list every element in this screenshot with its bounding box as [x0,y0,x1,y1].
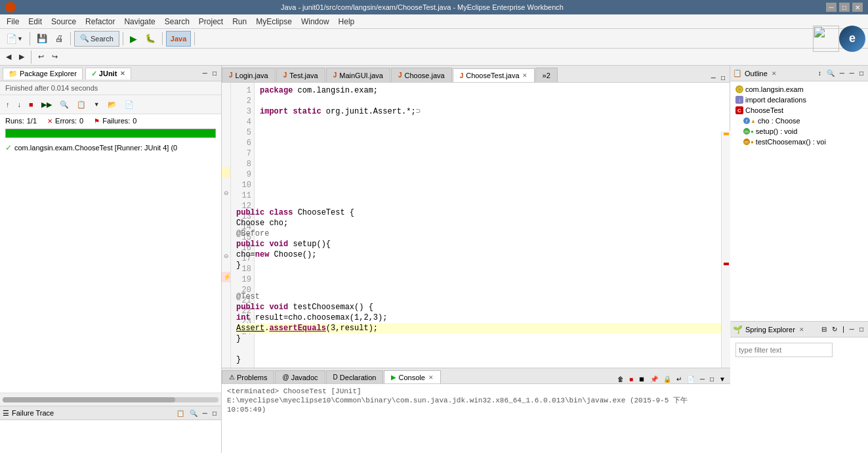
tab-overflow[interactable]: »2 [535,68,558,82]
outline-imports[interactable]: ↓ import declarations [733,95,865,105]
junit-options-button[interactable]: ▼ [91,97,103,112]
print-button[interactable]: 🖨 [52,31,67,47]
tab-junit[interactable]: ✓ JUnit ✕ [85,68,132,79]
tab-maingui-java[interactable]: J MainGUI.java [326,68,390,82]
tab-declaration[interactable]: D Declaration [326,370,384,383]
spring-maximize-btn[interactable]: □ [858,325,865,334]
junit-collapse-button[interactable]: 📂 [104,97,120,112]
spring-refresh-btn[interactable]: ↻ [830,325,839,334]
outline-method-test[interactable]: m ● testChoosemax() : voi [733,137,865,147]
spring-minimize-btn[interactable]: ─ [848,325,856,334]
scrollbar-thumb[interactable] [3,397,175,402]
scrollbar-track[interactable] [3,397,218,402]
outline-method-setup[interactable]: m ● setup() : void [733,126,865,137]
menu-navigate[interactable]: Navigate [120,16,159,28]
junit-filter-button[interactable]: 🔍 [56,97,72,112]
margin-5 [222,125,230,135]
back-button[interactable]: ◀ [3,49,14,65]
menu-myeclipse[interactable]: MyEclipse [252,16,296,28]
run-button[interactable]: ▶ [127,31,140,47]
tab-choosetest-java[interactable]: J ChooseTest.java ✕ [453,68,535,83]
junit-prev-failure[interactable]: ↑ [3,97,13,112]
outline-field[interactable]: f ▲ cho : Choose [733,116,865,126]
console-clear-btn[interactable]: 🗑 [615,375,626,383]
next-edit-button[interactable]: ↪ [49,49,61,65]
failure-trace-copy-btn[interactable]: 📋 [175,409,186,418]
outline-filter-btn[interactable]: 🔍 [825,69,837,77]
menu-help[interactable]: Help [335,16,359,28]
code-overlay[interactable]: public class ChooseTest { Choose cho; @B… [231,131,730,368]
tab-choose-java[interactable]: J Choose.java [391,68,452,82]
minimize-button[interactable]: ─ [826,3,837,12]
outline-class[interactable]: C ChooseTest [733,105,865,116]
outline-package[interactable]: ⬡ com.langsin.exam [733,84,865,95]
search-toolbar-btn[interactable]: 🔍 Search [74,31,119,47]
debug-button[interactable]: 🐛 [142,31,159,47]
console-scroll-lock-btn[interactable]: 🔒 [661,375,673,383]
console-stop-btn[interactable]: ⏹ [636,375,647,383]
console-close-icon[interactable]: ✕ [428,374,434,381]
outline-minimize-btn[interactable]: ─ [848,69,856,77]
console-minimize-btn[interactable]: ─ [698,375,707,383]
tab-console-label: Console [398,374,424,381]
forward-button[interactable]: ▶ [16,49,28,65]
left-scrollbar[interactable] [0,393,221,406]
minimize-failure-btn[interactable]: ─ [201,409,209,418]
console-maximize-btn[interactable]: □ [708,375,716,383]
new-button[interactable]: 📄▼ [3,31,26,47]
junit-stop-button[interactable]: ■ [26,97,37,112]
junit-rerun-button[interactable]: ▶▶ [38,97,55,112]
console-new-page-btn[interactable]: 📄 [685,375,697,383]
outline-collapse-btn[interactable]: ─ [838,69,846,77]
console-word-wrap-btn[interactable]: ↵ [674,375,684,383]
choosetest-close-icon[interactable]: ✕ [522,72,527,79]
editor-minimize-btn[interactable]: ─ [709,74,718,82]
restore-button[interactable]: □ [839,3,850,12]
outline-maximize-btn[interactable]: □ [858,69,865,77]
test-tree[interactable]: ✓ com.langsin.exam.ChooseTest [Runner: J… [0,139,221,393]
menu-search[interactable]: Search [161,16,194,28]
tab-test-java[interactable]: J Test.java [276,68,325,82]
failure-trace-filter-btn[interactable]: 🔍 [188,409,199,418]
java-perspective-button[interactable]: Java [166,31,191,47]
menu-refactor[interactable]: Refactor [81,16,119,28]
menu-run[interactable]: Run [228,16,251,28]
spring-close-icon[interactable]: ✕ [799,326,804,333]
menu-window[interactable]: Window [297,16,333,28]
fold-icon-17[interactable]: ⊖ [224,253,229,259]
tab-javadoc[interactable]: @ Javadoc [275,370,325,383]
spring-collapse-all-btn[interactable]: ⊟ [819,325,829,334]
minimize-panel-button[interactable]: ─ [201,69,209,77]
tab-login-java[interactable]: J Login.java [222,68,276,82]
editor-maximize-btn[interactable]: □ [719,74,727,82]
method-icon: m [743,128,750,135]
maximize-failure-btn[interactable]: □ [211,409,218,418]
junit-close-icon[interactable]: ✕ [120,70,125,77]
menu-source[interactable]: Source [47,16,80,28]
close-button[interactable]: ✕ [852,3,863,12]
outline-close-icon[interactable]: ✕ [772,70,777,77]
console-pin-btn[interactable]: 📌 [648,375,660,383]
margin-12 [222,198,230,209]
menu-edit[interactable]: Edit [24,16,46,28]
tab-problems[interactable]: ⚠ Problems [222,370,274,383]
tab-package-explorer[interactable]: 📁 Package Explorer [3,68,83,79]
prev-edit-button[interactable]: ↩ [35,49,47,65]
junit-next-failure[interactable]: ↓ [14,97,25,112]
fold-icon-11[interactable]: ⊖ [224,190,229,196]
console-options-btn[interactable]: ▼ [717,375,728,383]
test-item[interactable]: ✓ com.langsin.exam.ChooseTest [Runner: J… [3,142,218,154]
console-terminate-btn[interactable]: ■ [627,375,635,383]
spring-explorer-panel: 🌱 Spring Explorer ✕ ⊟ ↻ | ─ □ [730,322,868,453]
spring-filter-input[interactable] [735,343,833,357]
junit-history-button[interactable]: 📋 [73,97,89,112]
margin-21 [222,293,230,303]
outline-tree: ⬡ com.langsin.exam ↓ import declarations… [730,81,868,321]
save-button[interactable]: 💾 [33,31,51,47]
junit-expand-button[interactable]: 📄 [121,97,137,112]
menu-project[interactable]: Project [195,16,227,28]
outline-sort-btn[interactable]: ↕ [816,69,823,77]
menu-file[interactable]: File [3,16,23,28]
tab-console[interactable]: ▶ Console ✕ [384,370,440,383]
maximize-panel-button[interactable]: □ [211,69,218,77]
